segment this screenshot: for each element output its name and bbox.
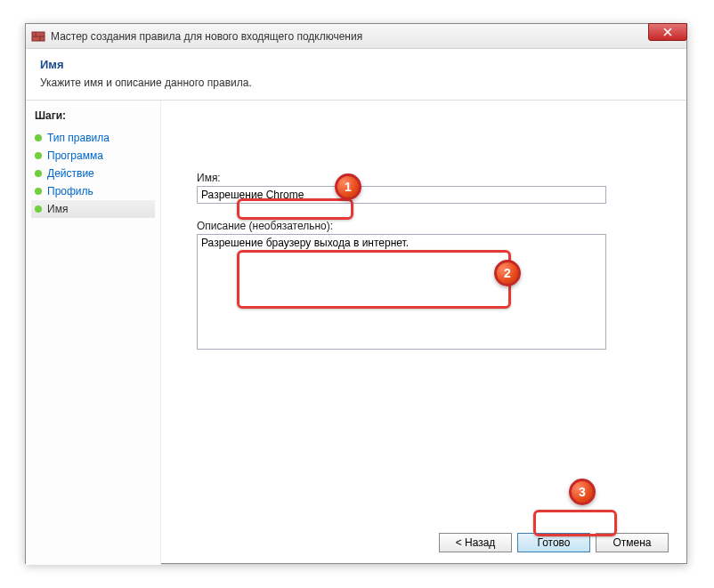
- button-row: < Назад Готово Отмена: [439, 533, 669, 552]
- description-input[interactable]: Разрешение браузеру выхода в интернет.: [197, 234, 606, 350]
- bullet-icon: [35, 170, 42, 177]
- finish-button[interactable]: Готово: [517, 533, 590, 552]
- name-input[interactable]: [197, 186, 606, 204]
- steps-heading: Шаги:: [35, 109, 151, 122]
- step-name[interactable]: Имя: [31, 200, 155, 218]
- bullet-icon: [35, 188, 42, 195]
- firewall-icon: [31, 29, 45, 44]
- titlebar: Мастер создания правила для нового входя…: [26, 24, 686, 49]
- page-title: Имя: [40, 58, 672, 71]
- description-label: Описание (необязательно):: [197, 220, 660, 232]
- step-label: Профиль: [47, 185, 93, 197]
- bullet-icon: [35, 205, 42, 213]
- name-label: Имя:: [197, 172, 660, 184]
- step-label: Тип правила: [47, 132, 110, 144]
- wizard-header: Имя Укажите имя и описание данного прави…: [26, 49, 686, 101]
- bullet-icon: [35, 134, 42, 141]
- window-title: Мастер создания правила для нового входя…: [51, 30, 362, 43]
- step-label: Действие: [47, 167, 94, 180]
- wizard-body: Шаги: Тип правила Программа Действие Про…: [26, 101, 686, 565]
- step-label: Программа: [47, 149, 103, 162]
- wizard-window: Мастер создания правила для нового входя…: [25, 23, 687, 564]
- name-field-block: Имя:: [197, 172, 660, 204]
- steps-sidebar: Шаги: Тип правила Программа Действие Про…: [26, 101, 161, 565]
- main-panel: Имя: Описание (необязательно): Разрешени…: [161, 101, 686, 565]
- step-rule-type[interactable]: Тип правила: [35, 129, 151, 147]
- step-profile[interactable]: Профиль: [35, 182, 151, 200]
- step-program[interactable]: Программа: [35, 147, 151, 165]
- step-label: Имя: [47, 203, 68, 215]
- cancel-button[interactable]: Отмена: [596, 533, 669, 552]
- step-action[interactable]: Действие: [35, 165, 151, 182]
- bullet-icon: [35, 152, 42, 159]
- page-subtitle: Укажите имя и описание данного правила.: [40, 77, 672, 89]
- description-field-block: Описание (необязательно): Разрешение бра…: [197, 220, 660, 352]
- back-button[interactable]: < Назад: [439, 533, 512, 552]
- close-button[interactable]: [648, 23, 687, 41]
